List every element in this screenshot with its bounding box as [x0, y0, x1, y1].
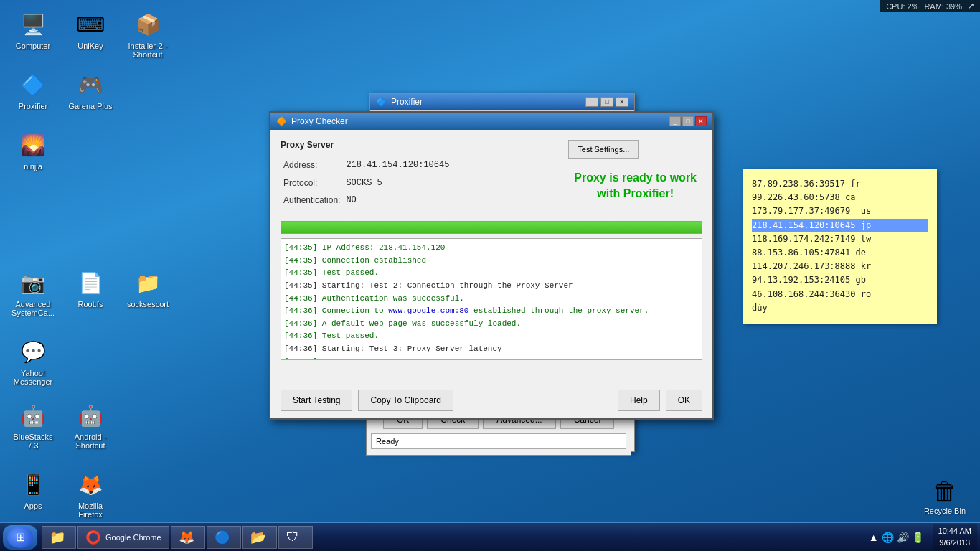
sticky-line-5: 88.153.86.105:47841 de — [752, 246, 928, 260]
socks-icon: 📁 — [133, 268, 162, 297]
installer-label: Installer-2 - Shortcut — [125, 42, 171, 59]
start-testing-button[interactable]: Start Testing — [281, 390, 352, 411]
arrow-icon: ↗ — [968, 1, 974, 11]
proxifier-title-left: 🔷 Proxifier — [376, 97, 423, 107]
taskbar-item-explorer[interactable]: 📁 — [42, 526, 76, 549]
desktop-icon-yahoo[interactable]: 💬 Yahoo! Messenger — [7, 334, 59, 389]
proxifier-minimize-btn[interactable]: _ — [585, 97, 598, 107]
rootfs-label: Root.fs — [78, 300, 103, 309]
taskbar-item-shield[interactable]: 🛡 — [278, 526, 313, 549]
tray-icons: ▲ 🌐 🔊 🔋 — [864, 532, 928, 543]
recycle-bin-icon: 🗑 — [932, 476, 958, 507]
ram-label: RAM: 39% — [924, 2, 962, 11]
sticky-line-8: 46.108.168.244:36430 ro — [752, 288, 928, 301]
desktop-icons-col1: 🖥️ Computer 🔷 Proxifier 🌄 ninjja — [7, 7, 59, 174]
log-line-7: [44:36] Test passed. — [284, 330, 699, 343]
sticky-line-3-highlighted: 218.41.154.120:10645 jp — [752, 219, 928, 232]
test-settings-button[interactable]: Test Settings... — [568, 140, 639, 159]
taskbar-item-chrome[interactable]: ⭕ Google Chrome — [77, 526, 169, 549]
recycle-bin[interactable]: 🗑 Recycle Bin — [924, 476, 966, 515]
advanced-cam-label: Advanced SystemCa... — [10, 300, 56, 317]
desktop-icon-computer[interactable]: 🖥️ Computer — [7, 7, 59, 53]
progress-bar-fill — [281, 222, 702, 233]
proxy-checker-body: Proxy Server Address: 218.41.154.120:106… — [270, 130, 712, 217]
sticky-line-6: 114.207.246.173:8888 kr — [752, 260, 928, 273]
proxy-checker-dialog: 🔶 Proxy Checker _ □ ✕ Proxy Server Addre… — [269, 111, 714, 420]
proxy-checker-close-btn[interactable]: ✕ — [695, 116, 707, 126]
desktop-icons-col2: ⌨ UniKey 🎮 Garena Plus — [65, 7, 116, 113]
taskbar-item-firefox[interactable]: 🦊 — [171, 526, 205, 549]
shield-taskbar-icon: 🛡 — [286, 529, 299, 545]
apps-label: Apps — [24, 501, 42, 510]
auth-value: NO — [343, 192, 452, 209]
sticky-line-1: 99.226.43.60:5738 ca — [752, 191, 928, 204]
desktop-icon-rootfs[interactable]: 📄 Root.fs — [65, 265, 116, 311]
tray-volume-icon: 🔊 — [897, 532, 909, 543]
desktop-icon-apps[interactable]: 📱 Apps — [7, 467, 59, 513]
system-clock[interactable]: 10:44 AM 9/6/2013 — [933, 524, 977, 550]
computer-label: Computer — [16, 42, 50, 50]
help-button[interactable]: Help — [618, 390, 660, 411]
proxy-checker-title-left: 🔶 Proxy Checker — [276, 116, 348, 126]
computer-icon: 🖥️ — [19, 10, 47, 39]
log-line-8: [44:36] Starting: Test 3: Proxy Server l… — [284, 343, 699, 356]
desktop-icon-installer[interactable]: 📦 Installer-2 - Shortcut — [122, 7, 174, 62]
address-label: Address: — [281, 156, 343, 174]
sticky-line-2: 173.79.177.37:49679 us — [752, 204, 928, 218]
desktop-icon-proxifier[interactable]: 🔷 Proxifier — [7, 67, 59, 113]
apps-icon: 📱 — [19, 470, 47, 499]
clock-time: 10:44 AM — [938, 526, 971, 537]
proxifier-label: Proxifier — [19, 102, 47, 110]
log-line-1: [44:35] Connection established — [284, 255, 699, 268]
proxy-checker-win-btns: _ □ ✕ — [669, 116, 707, 126]
advanced-cam-icon: 📷 — [19, 268, 47, 297]
proxy-checker-maximize-btn[interactable]: □ — [682, 116, 694, 126]
sticky-note: 87.89.238.36:39517 fr 99.226.43.60:5738 … — [743, 169, 937, 324]
desktop-icon-android[interactable]: 🤖 Android - Shortcut — [65, 398, 116, 453]
chrome-icon: ⭕ — [85, 529, 101, 545]
proxy-details-table: Address: 218.41.154.120:10645 Protocol: … — [281, 156, 452, 209]
installer-icon: 📦 — [133, 10, 162, 39]
proxy-status-bar: Ready — [371, 433, 626, 449]
desktop-icons-socks: 📁 socksescort — [122, 265, 174, 311]
proxifier-close-btn[interactable]: ✕ — [616, 97, 628, 107]
footer-right-buttons: Help OK — [618, 390, 702, 411]
desktop-icon-socks[interactable]: 📁 socksescort — [122, 265, 174, 311]
address-value: 218.41.154.120:10645 — [343, 156, 452, 174]
ie-icon: 🔵 — [215, 529, 230, 545]
desktop-icon-ninjja[interactable]: 🌄 ninjja — [7, 128, 59, 174]
taskbar-item-ie[interactable]: 🔵 — [207, 526, 241, 549]
proxy-checker-minimize-btn[interactable]: _ — [669, 116, 681, 126]
proxifier-title-text: Proxifier — [391, 97, 423, 107]
desktop-icon-advanced-cam[interactable]: 📷 Advanced SystemCa... — [7, 265, 59, 320]
auth-label: Authentication: — [281, 192, 343, 209]
desktop-icon-bluestacks[interactable]: 🤖 BlueStacks 7.3 — [7, 398, 59, 453]
google-link[interactable]: www.google.com:80 — [388, 306, 468, 315]
log-line-4: [44:36] Authentication was successful. — [284, 293, 699, 306]
bluestacks-label: BlueStacks 7.3 — [10, 433, 56, 450]
copy-clipboard-button[interactable]: Copy To Clipboard — [358, 390, 453, 411]
sticky-line-9: dủy — [752, 301, 928, 315]
proxifier-maximize-btn[interactable]: □ — [600, 97, 613, 107]
cpu-ram-indicator: CPU: 2% RAM: 39% ↗ — [880, 0, 980, 12]
unikey-icon: ⌨ — [76, 10, 105, 39]
ninjja-label: ninjja — [24, 162, 42, 171]
log-line-6: [44:36] A default web page was successfu… — [284, 318, 699, 331]
progress-bar — [281, 221, 702, 234]
log-area[interactable]: [44:35] IP Address: 218.41.154.120 [44:3… — [281, 238, 702, 360]
proxy-address-row: Address: 218.41.154.120:10645 — [281, 156, 452, 174]
start-button[interactable]: ⊞ — [3, 525, 37, 550]
proxy-server-label: Proxy Server — [281, 137, 561, 154]
garena-label: Garena Plus — [68, 102, 112, 110]
desktop-icon-garena[interactable]: 🎮 Garena Plus — [65, 67, 116, 113]
protocol-value: SOCKS 5 — [343, 174, 452, 192]
sticky-line-0: 87.89.238.36:39517 fr — [752, 177, 928, 191]
socks-label: socksescort — [127, 300, 169, 309]
desktop-icon-firefox[interactable]: 🦊 Mozilla Firefox — [65, 467, 116, 522]
ok-button[interactable]: OK — [666, 390, 702, 411]
desktop-icon-unikey[interactable]: ⌨ UniKey — [65, 7, 116, 53]
rootfs-icon: 📄 — [76, 268, 105, 297]
desktop-icons-mid1: 📷 Advanced SystemCa... 💬 Yahoo! Messenge… — [7, 265, 59, 389]
start-orb: ⊞ — [7, 527, 33, 548]
taskbar-item-folder2[interactable]: 📂 — [242, 526, 277, 549]
